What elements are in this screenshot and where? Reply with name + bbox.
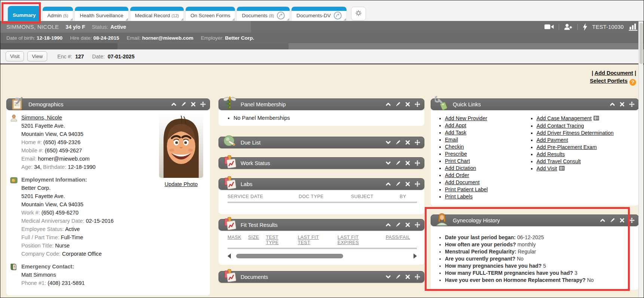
close-icon[interactable]: [405, 140, 410, 145]
move-icon[interactable]: [415, 222, 420, 228]
close-icon[interactable]: [190, 101, 196, 107]
view-button[interactable]: View: [27, 51, 47, 61]
collapse-icon[interactable]: [600, 218, 605, 223]
edit-icon[interactable]: [395, 274, 401, 280]
tab-admin[interactable]: Admin(5): [43, 7, 73, 21]
grid-icon[interactable]: [559, 165, 565, 173]
quick-link[interactable]: Add Results: [537, 151, 565, 157]
select-portlets-link[interactable]: Select Portlets: [590, 78, 628, 84]
collapse-icon[interactable]: [171, 101, 177, 107]
tab-health-surveillance[interactable]: Health Surveillance: [75, 7, 128, 21]
column-header[interactable]: PASS/FAIL: [386, 235, 410, 245]
quick-link[interactable]: Add Task: [445, 130, 466, 136]
quick-link[interactable]: Add Order: [445, 172, 469, 178]
column-header[interactable]: BY: [400, 194, 422, 199]
scrollbar-thumb[interactable]: [640, 23, 643, 64]
scroll-left-icon[interactable]: [228, 253, 231, 259]
expand-icon[interactable]: [385, 274, 391, 280]
close-icon[interactable]: [619, 101, 625, 107]
documents-header[interactable]: Documents: [219, 271, 424, 283]
scrollbar-thumb[interactable]: [236, 254, 343, 258]
move-icon[interactable]: [629, 218, 635, 223]
work-status-header[interactable]: Work Status: [219, 157, 424, 169]
quick-link[interactable]: Add Dictation: [445, 165, 476, 171]
quick-link[interactable]: Add Document: [445, 179, 480, 185]
quick-link[interactable]: Add Visit: [537, 165, 557, 171]
scroll-right-icon[interactable]: [413, 253, 417, 259]
visit-button[interactable]: Visit: [6, 51, 24, 61]
tab-summary[interactable]: Summary: [8, 6, 41, 21]
quick-link[interactable]: Print Labels: [445, 194, 473, 200]
expand-icon[interactable]: [385, 160, 391, 166]
quick-link[interactable]: Checkin: [445, 144, 464, 150]
tab-medical-record[interactable]: Medical Record(12): [130, 7, 184, 21]
move-icon[interactable]: [415, 274, 420, 280]
quick-link[interactable]: Add Payment: [537, 137, 568, 143]
close-icon[interactable]: [405, 274, 410, 280]
edit-icon[interactable]: [395, 222, 401, 228]
quick-link[interactable]: Email: [445, 137, 458, 143]
edit-icon[interactable]: [181, 101, 186, 107]
demographics-header[interactable]: Demographics: [6, 98, 210, 110]
video-call-icon[interactable]: [544, 24, 554, 30]
quick-link[interactable]: Add Contact Tracing: [537, 123, 584, 129]
quick-links-header[interactable]: Quick Links: [431, 98, 639, 110]
fit-test-header[interactable]: Fit Test Results: [219, 219, 424, 231]
quick-action-bolt-icon[interactable]: [583, 23, 587, 31]
open-external-icon[interactable]: [277, 12, 285, 19]
gynecology-history-header[interactable]: Gynecology History: [431, 215, 639, 226]
move-icon[interactable]: [415, 101, 420, 107]
tab-documents-dv[interactable]: Documents-DV: [292, 7, 347, 21]
due-list-header[interactable]: Due List: [219, 137, 424, 148]
collapse-icon[interactable]: [385, 101, 391, 107]
quick-link[interactable]: Add Travel Consult: [537, 158, 581, 164]
panel-membership-header[interactable]: Panel Membership: [219, 98, 424, 110]
grid-icon[interactable]: [593, 115, 599, 122]
help-icon[interactable]: ?: [629, 79, 636, 86]
labs-header[interactable]: Labs: [219, 178, 424, 190]
edit-icon[interactable]: [395, 101, 401, 107]
close-icon[interactable]: [619, 218, 625, 223]
quick-link[interactable]: Print Patient Label: [445, 186, 488, 192]
column-header[interactable]: SERVICE DATE: [228, 194, 299, 199]
column-header[interactable]: DOC TYPE: [299, 194, 351, 199]
edit-icon[interactable]: [610, 218, 615, 223]
horizontal-scrollbar[interactable]: [228, 253, 417, 259]
move-icon[interactable]: [415, 160, 420, 166]
move-icon[interactable]: [415, 140, 420, 145]
flowsheet-chart-icon[interactable]: [629, 23, 638, 31]
update-photo-link[interactable]: Update Photo: [165, 180, 198, 188]
quick-link[interactable]: Add Driver Fitness Determination: [537, 130, 614, 136]
close-icon[interactable]: [405, 181, 410, 187]
open-external-icon[interactable]: [334, 12, 342, 19]
move-icon[interactable]: [629, 101, 635, 107]
collapse-icon[interactable]: [385, 222, 391, 228]
quick-link[interactable]: Add Case Management: [537, 115, 592, 121]
edit-icon[interactable]: [395, 160, 401, 166]
add-person-icon[interactable]: [564, 23, 573, 30]
column-header[interactable]: LAST FIT TEST: [298, 235, 331, 245]
tab-settings-button[interactable]: [351, 7, 366, 21]
close-icon[interactable]: [405, 160, 410, 166]
close-icon[interactable]: [405, 222, 410, 228]
add-document-link[interactable]: Add Document: [595, 70, 633, 76]
quick-link[interactable]: Prescribe: [445, 151, 467, 157]
column-header[interactable]: SIZE: [248, 235, 259, 245]
quick-link[interactable]: Add Appt: [445, 122, 466, 128]
column-header[interactable]: LAST FIT EXPIRES: [338, 235, 379, 245]
edit-icon[interactable]: [395, 140, 401, 145]
close-icon[interactable]: [405, 101, 410, 107]
tab-documents[interactable]: Documents(8): [237, 7, 290, 21]
collapse-icon[interactable]: [610, 101, 615, 107]
expand-icon[interactable]: [385, 140, 391, 145]
quick-link[interactable]: Add New Provider: [445, 115, 487, 121]
vertical-scrollbar[interactable]: [638, 21, 643, 297]
patient-name-link[interactable]: Simmons, Nicole: [21, 115, 62, 121]
tab-on-screen-forms[interactable]: On Screen Forms: [186, 7, 235, 21]
quick-link[interactable]: Add Pre-Placement Exam: [537, 144, 597, 150]
column-header[interactable]: SUBJECT: [351, 194, 400, 199]
quick-link[interactable]: Print Chart: [445, 158, 470, 164]
column-header[interactable]: TEST TYPE: [266, 235, 291, 245]
edit-icon[interactable]: [395, 181, 401, 187]
column-header[interactable]: MASK: [228, 235, 241, 245]
